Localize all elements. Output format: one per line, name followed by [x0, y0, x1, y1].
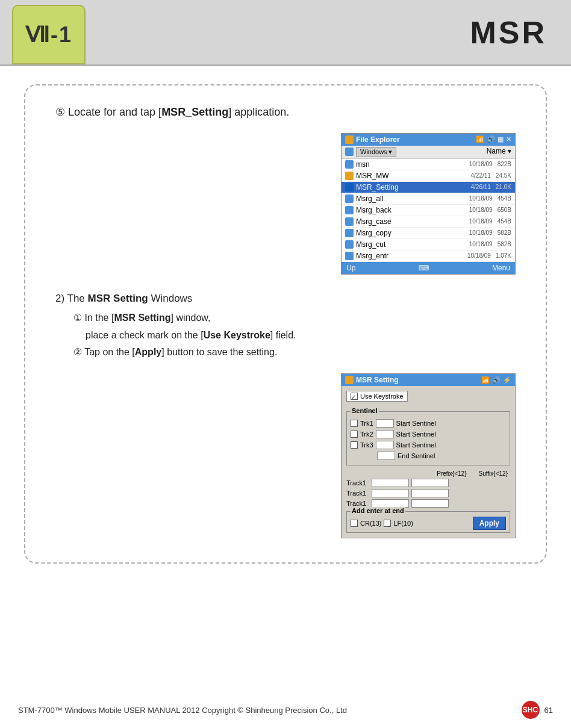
fe-file-icon — [345, 172, 354, 180]
fe-bottombar: Up ⌨ Menu — [342, 262, 515, 274]
content-box: ⑤ Locate for and tap [MSR_Setting] appli… — [24, 84, 547, 564]
fe-filename: MSR_MW — [356, 172, 389, 180]
fe-keyboard-icon: ⌨ — [419, 264, 429, 272]
fe-row-msrmw[interactable]: MSR_MW 4/22/11 24.5K — [342, 170, 515, 182]
fe-filename: Msrg_cut — [356, 240, 385, 249]
section2-title: 2) The MSR Setting Windows — [55, 293, 516, 305]
footer-text: STM-7700™ Windows Mobile USER MANUAL 201… — [18, 706, 347, 715]
use-keystroke-checkbox[interactable] — [351, 393, 358, 400]
msr-title: MSR Setting — [356, 376, 399, 384]
fe-signal-icon: 📶 — [476, 135, 484, 143]
fe-toolbar: Windows ▾ Name ▾ — [342, 146, 515, 159]
fe-date: 10/18/09 — [469, 195, 493, 202]
section2: 2) The MSR Setting Windows ① In the [MSR… — [55, 293, 516, 361]
trk2-input[interactable] — [376, 430, 394, 438]
fe-row-msrgentr[interactable]: Msrg_entr 10/18/09 1.07K — [342, 250, 515, 262]
track2-suffix-input[interactable] — [411, 489, 449, 497]
fe-row-msn[interactable]: msn 10/18/09 822B — [342, 159, 515, 170]
chapter-number: Ⅶ-1 — [25, 22, 72, 48]
header-title-area: MSR — [86, 0, 571, 64]
file-explorer-container: File Explorer 📶 🔊 ▦ ✕ Windows — [55, 133, 516, 275]
trk3-start-sentinel: Start Sentinel — [396, 441, 436, 449]
track3-prefix-input[interactable] — [372, 499, 409, 508]
sentinel-group: Sentinel Trk1 Start Sentinel Trk2 — [346, 411, 510, 465]
fe-filename: msn — [356, 160, 370, 169]
msr-signal-icon: 📶 — [481, 376, 490, 384]
apply-button[interactable]: Apply — [473, 517, 506, 530]
fe-size: 21.0K — [496, 184, 511, 190]
lf10-label: LF(10) — [393, 520, 413, 527]
sentinel-row-trk3: Trk3 Start Sentinel — [351, 441, 506, 449]
end-sentinel-input[interactable] — [377, 452, 395, 460]
chapter-tab: Ⅶ-1 — [12, 5, 86, 64]
fe-size: 582B — [498, 229, 511, 236]
item2-bold: Apply — [135, 347, 161, 357]
item1-sub-suffix: ] field. — [270, 330, 296, 340]
trk1-checkbox[interactable] — [351, 420, 358, 427]
track2-prefix-input[interactable] — [372, 489, 409, 497]
track3-suffix-input[interactable] — [411, 499, 449, 508]
fe-date: 10/18/09 — [469, 229, 493, 236]
use-keystroke-checkbox-container[interactable]: Use Keystroke — [346, 391, 408, 402]
fe-row-msrgcut[interactable]: Msrg_cut 10/18/09 582B — [342, 239, 515, 250]
fe-file-icon — [345, 206, 354, 214]
item1-bold: MSR Setting — [114, 313, 170, 323]
fe-folder-icon — [345, 148, 354, 156]
step5-prefix: ⑤ Locate for and tap [ — [55, 106, 161, 118]
msr-setting-container: MSR Setting 📶 🔊 ⚡ Use Keystroke — [55, 373, 516, 538]
fe-filename: Msrg_back — [356, 206, 392, 214]
msr-sound-icon: 🔊 — [492, 376, 501, 384]
fe-title-icons: 📶 🔊 ▦ ✕ — [476, 135, 511, 143]
trk2-label: Trk2 — [360, 431, 373, 438]
fe-date: 10/18/09 — [469, 241, 493, 247]
fe-size: 454B — [498, 218, 511, 225]
track1-suffix-input[interactable] — [411, 479, 449, 487]
fe-size: 24.5K — [496, 172, 511, 179]
fe-menu-btn[interactable]: Menu — [492, 264, 510, 272]
add-enter-group: Add enter at end CR(13) LF(10) Apply — [346, 511, 510, 533]
trk2-start-sentinel: Start Sentinel — [396, 431, 436, 438]
fe-titlebar-left: File Explorer — [345, 135, 400, 144]
fe-row-msrgcase[interactable]: Msrg_case 10/18/09 454B — [342, 216, 515, 228]
fe-file-icon — [345, 229, 354, 237]
trk1-start-sentinel: Start Sentinel — [396, 420, 436, 427]
fe-close-icon[interactable]: ✕ — [506, 135, 511, 143]
fe-date: 10/18/09 — [469, 161, 493, 167]
fe-date: 4/26/11 — [470, 184, 490, 190]
fe-date: 10/18/09 — [469, 218, 493, 225]
track1-prefix-input[interactable] — [372, 479, 409, 487]
sentinel-legend: Sentinel — [351, 407, 379, 414]
fe-date: 4/22/11 — [470, 172, 490, 179]
use-keystroke-label: Use Keystroke — [360, 393, 404, 400]
fe-row-msrgall[interactable]: Msrg_all 10/18/09 454B — [342, 193, 515, 205]
fe-size: 822B — [498, 161, 511, 167]
fe-row-msrsetting[interactable]: MSR_Setting 4/26/11 21.0K — [342, 182, 515, 193]
lf10-checkbox[interactable] — [384, 520, 391, 527]
fe-row-msrgback[interactable]: Msrg_back 10/18/09 650B — [342, 205, 515, 216]
main-content: ⑤ Locate for and tap [MSR_Setting] appli… — [0, 66, 571, 576]
fe-size: 1.07K — [496, 252, 511, 259]
fe-col-name: Name ▾ — [487, 147, 511, 157]
item1: ① In the [MSR Setting] window, place a c… — [73, 310, 516, 344]
prefix-suffix-header: Prefix{<12} Suffix{<12} — [346, 470, 510, 477]
fe-up-btn[interactable]: Up — [346, 264, 355, 272]
fe-date: 10/18/09 — [467, 252, 491, 259]
fe-file-icon — [345, 183, 354, 191]
fe-rows: msn 10/18/09 822B MSR_MW 4/22 — [342, 159, 515, 262]
cr13-checkbox[interactable] — [351, 520, 358, 527]
trk2-checkbox[interactable] — [351, 431, 358, 438]
track2-label: Track1 — [346, 490, 369, 497]
fe-dropdown[interactable]: Windows ▾ — [356, 147, 396, 157]
trk3-checkbox[interactable] — [351, 441, 358, 449]
fe-filename: Msrg_entr — [356, 252, 388, 260]
trk3-input[interactable] — [376, 441, 394, 449]
use-keystroke-row: Use Keystroke — [346, 391, 510, 406]
item1-prefix: ① In the [ — [73, 313, 114, 323]
item1-sub-bold: Use Keystroke — [204, 330, 270, 340]
fe-titlebar: File Explorer 📶 🔊 ▦ ✕ — [342, 134, 515, 146]
step5-text: ⑤ Locate for and tap [MSR_Setting] appli… — [55, 104, 516, 121]
fe-row-msrgcopy[interactable]: Msrg_copy 10/18/09 582B — [342, 228, 515, 239]
page-header: Ⅶ-1 MSR — [0, 0, 571, 66]
trk1-input[interactable] — [376, 419, 394, 428]
item1-sub-prefix: place a check mark on the [ — [86, 330, 204, 340]
